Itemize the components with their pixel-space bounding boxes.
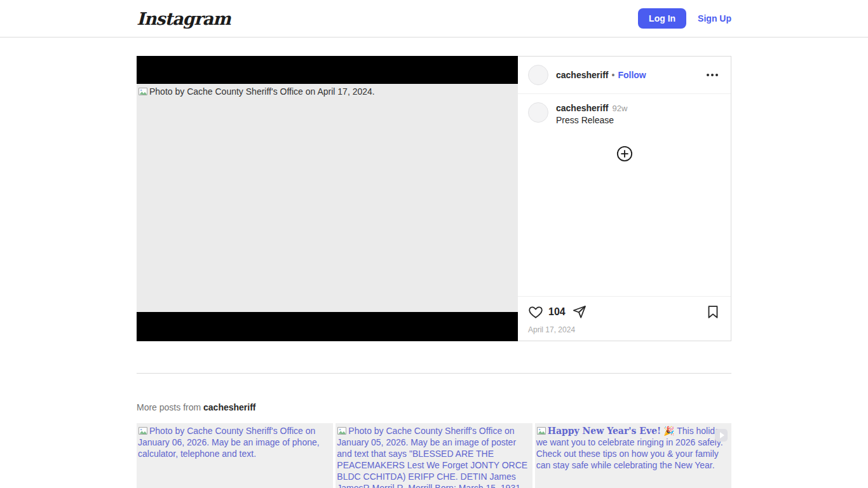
thumbnail-post-1[interactable]: Photo by Cache County Sheriff's Office o… xyxy=(137,423,333,488)
like-button[interactable] xyxy=(528,304,543,320)
dot-separator: • xyxy=(611,70,614,80)
thumbnail-alt-bold: Happy New Year's Eve! xyxy=(548,426,661,436)
post-panel: cachesheriff • Follow cachesheriff92w Pr… xyxy=(518,56,731,341)
post-header: cachesheriff • Follow xyxy=(518,57,731,94)
load-more-comments[interactable] xyxy=(528,146,721,165)
comment-username[interactable]: cachesheriff xyxy=(556,103,608,113)
action-bar: 104 April 17, 2024 xyxy=(518,296,731,341)
more-options-icon[interactable] xyxy=(704,71,721,79)
follow-button[interactable]: Follow xyxy=(618,70,646,80)
post-media[interactable]: Photo by Cache County Sheriff's Office o… xyxy=(137,56,518,341)
thumbnail-alt-text: Photo by Cache County Sheriff's Office o… xyxy=(337,426,527,488)
thumbnail-post-3[interactable]: Happy New Year's Eve! 🎉 This holiday, we… xyxy=(535,423,731,488)
share-button[interactable] xyxy=(572,304,587,320)
comment-text: Press Release xyxy=(556,114,627,126)
post-username[interactable]: cachesheriff xyxy=(556,70,608,80)
broken-image-placeholder: Photo by Cache County Sheriff's Office o… xyxy=(137,84,518,312)
comment-avatar[interactable] xyxy=(528,102,548,123)
post-date: April 17, 2024 xyxy=(528,325,721,334)
share-icon xyxy=(572,304,587,320)
bookmark-icon xyxy=(705,304,721,320)
comment: cachesheriff92w Press Release xyxy=(528,102,721,126)
more-posts-heading: More posts from cachesheriff xyxy=(137,402,731,412)
top-nav: Instagram Log In Sign Up xyxy=(0,0,868,37)
more-posts-prefix: More posts from xyxy=(137,402,201,412)
thumbnail-post-2[interactable]: Photo by Cache County Sheriff's Office o… xyxy=(336,423,532,488)
more-posts-grid: Photo by Cache County Sheriff's Office o… xyxy=(137,423,731,488)
save-button[interactable] xyxy=(705,304,721,320)
thumbnail-alt-text: Photo by Cache County Sheriff's Office o… xyxy=(138,426,320,459)
broken-image-icon xyxy=(536,426,546,436)
login-button[interactable]: Log In xyxy=(638,8,686,29)
signup-link[interactable]: Sign Up xyxy=(698,13,731,24)
heart-icon xyxy=(528,304,543,320)
like-count: 104 xyxy=(548,306,566,318)
more-posts-username[interactable]: cachesheriff xyxy=(203,402,255,412)
broken-image-icon xyxy=(337,426,347,436)
broken-image-icon xyxy=(138,86,148,97)
section-divider xyxy=(137,373,731,374)
instagram-logo[interactable]: Instagram xyxy=(137,9,231,29)
comments-section: cachesheriff92w Press Release xyxy=(518,94,731,296)
post-card: Photo by Cache County Sheriff's Office o… xyxy=(137,56,731,341)
main-content: Photo by Cache County Sheriff's Office o… xyxy=(137,56,731,488)
broken-image-icon xyxy=(138,426,148,436)
plus-circle-icon[interactable] xyxy=(616,146,633,162)
media-alt-text: Photo by Cache County Sheriff's Office o… xyxy=(149,86,375,97)
avatar[interactable] xyxy=(528,65,548,85)
video-play-icon xyxy=(715,429,728,442)
comment-age: 92w xyxy=(612,104,627,113)
